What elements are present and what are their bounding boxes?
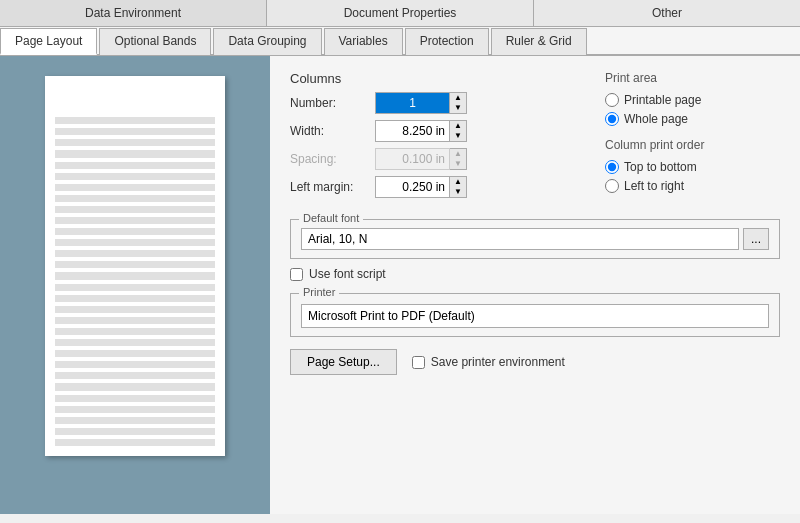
number-spin: ▲ ▼ (450, 92, 467, 114)
save-printer-env-checkbox[interactable] (412, 356, 425, 369)
columns-section: Columns Number: ▲ ▼ Width: (290, 71, 585, 204)
columns-title: Columns (290, 71, 585, 86)
tab-variables[interactable]: Variables (324, 28, 403, 55)
width-input-group: ▲ ▼ (375, 120, 467, 142)
spacing-row: Spacing: ▲ ▼ (290, 148, 585, 170)
width-spin: ▲ ▼ (450, 120, 467, 142)
left-margin-row: Left margin: ▲ ▼ (290, 176, 585, 198)
number-input-group: ▲ ▼ (375, 92, 467, 114)
spacing-input-group: ▲ ▼ (375, 148, 467, 170)
column-print-order-section: Column print order Top to bottom Left to… (605, 138, 780, 193)
number-label: Number: (290, 96, 375, 110)
font-row: ... (301, 228, 769, 250)
col-order-title: Column print order (605, 138, 780, 152)
printer-label: Printer (299, 286, 339, 298)
print-area-section: Print area Printable page Whole page (605, 71, 780, 126)
width-spin-up[interactable]: ▲ (450, 121, 466, 131)
bottom-row: Page Setup... Save printer environment (290, 349, 780, 375)
left-margin-spin-up[interactable]: ▲ (450, 177, 466, 187)
top-to-bottom-radio[interactable] (605, 160, 619, 174)
top-tab-bar: Data Environment Document Properties Oth… (0, 0, 800, 27)
width-spin-down[interactable]: ▼ (450, 131, 466, 141)
default-font-label: Default font (299, 212, 363, 224)
default-font-groupbox: Default font ... (290, 219, 780, 259)
printable-page-label[interactable]: Printable page (624, 93, 701, 107)
printer-section: Printer (290, 293, 780, 337)
use-font-script-row: Use font script (290, 267, 780, 281)
spacing-input (375, 148, 450, 170)
font-browse-button[interactable]: ... (743, 228, 769, 250)
printable-page-row: Printable page (605, 93, 780, 107)
number-spin-up[interactable]: ▲ (450, 93, 466, 103)
left-to-right-radio[interactable] (605, 179, 619, 193)
width-row: Width: ▲ ▼ (290, 120, 585, 142)
top-tab-other[interactable]: Other (534, 0, 800, 26)
tab-optional-bands[interactable]: Optional Bands (99, 28, 211, 55)
left-to-right-row: Left to right (605, 179, 780, 193)
width-input[interactable] (375, 120, 450, 142)
use-font-script-label[interactable]: Use font script (309, 267, 386, 281)
save-printer-env-row: Save printer environment (412, 355, 565, 369)
content-area: Columns Number: ▲ ▼ Width: (0, 56, 800, 514)
whole-page-radio[interactable] (605, 112, 619, 126)
number-row: Number: ▲ ▼ (290, 92, 585, 114)
top-tab-data-environment[interactable]: Data Environment (0, 0, 267, 26)
number-spin-down[interactable]: ▼ (450, 103, 466, 113)
left-margin-label: Left margin: (290, 180, 375, 194)
tab-ruler-grid[interactable]: Ruler & Grid (491, 28, 587, 55)
left-margin-spin: ▲ ▼ (450, 176, 467, 198)
spacing-spin-up: ▲ (450, 149, 466, 159)
tab-page-layout[interactable]: Page Layout (0, 28, 97, 55)
left-margin-input[interactable] (375, 176, 450, 198)
save-printer-env-label[interactable]: Save printer environment (431, 355, 565, 369)
left-margin-spin-down[interactable]: ▼ (450, 187, 466, 197)
top-to-bottom-row: Top to bottom (605, 160, 780, 174)
printer-input[interactable] (301, 304, 769, 328)
left-margin-input-group: ▲ ▼ (375, 176, 467, 198)
top-tab-document-properties[interactable]: Document Properties (267, 0, 534, 26)
tab-protection[interactable]: Protection (405, 28, 489, 55)
use-font-script-checkbox[interactable] (290, 268, 303, 281)
spacing-spin-down: ▼ (450, 159, 466, 169)
default-font-section: Default font ... Use font script (290, 219, 780, 281)
tab-data-grouping[interactable]: Data Grouping (213, 28, 321, 55)
width-label: Width: (290, 124, 375, 138)
font-input[interactable] (301, 228, 739, 250)
whole-page-row: Whole page (605, 112, 780, 126)
printable-page-radio[interactable] (605, 93, 619, 107)
spacing-spin: ▲ ▼ (450, 148, 467, 170)
top-settings-row: Columns Number: ▲ ▼ Width: (290, 71, 780, 204)
sub-tab-bar: Page Layout Optional Bands Data Grouping… (0, 27, 800, 56)
page-preview-panel (0, 56, 270, 514)
right-options: Print area Printable page Whole page Col… (605, 71, 780, 204)
settings-panel: Columns Number: ▲ ▼ Width: (270, 56, 800, 514)
spacing-label: Spacing: (290, 152, 375, 166)
left-to-right-label[interactable]: Left to right (624, 179, 684, 193)
printer-groupbox: Printer (290, 293, 780, 337)
page-setup-button[interactable]: Page Setup... (290, 349, 397, 375)
page-preview (45, 76, 225, 456)
print-area-title: Print area (605, 71, 780, 85)
number-input[interactable] (375, 92, 450, 114)
whole-page-label[interactable]: Whole page (624, 112, 688, 126)
top-to-bottom-label[interactable]: Top to bottom (624, 160, 697, 174)
